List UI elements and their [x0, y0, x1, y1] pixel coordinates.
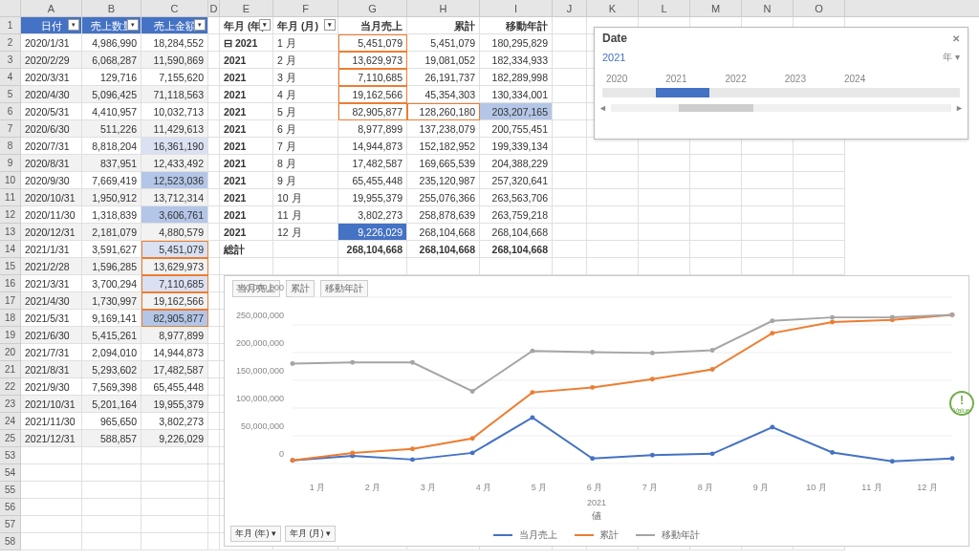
qty-cell[interactable]: 4,410,957 — [82, 103, 141, 120]
pivot-h[interactable]: 137,238,079 — [407, 120, 480, 138]
row-header-5[interactable]: 5 — [0, 86, 21, 103]
pivot-year[interactable]: 2021 — [220, 120, 273, 138]
row-header-14[interactable]: 14 — [0, 241, 21, 258]
pivot-header-E[interactable]: 年月 (年)▾ — [220, 17, 273, 34]
slicer-unit[interactable]: 年 ▾ — [943, 51, 960, 64]
row-header-19[interactable]: 19 — [0, 327, 21, 344]
cell[interactable] — [208, 447, 220, 464]
amt-cell[interactable]: 11,429,613 — [141, 120, 208, 138]
date-cell[interactable]: 2021/1/31 — [21, 241, 82, 258]
row-header-21[interactable]: 21 — [0, 361, 21, 378]
scroll-right-icon[interactable]: ► — [955, 103, 964, 113]
pivot-g[interactable]: 17,482,587 — [338, 155, 407, 172]
cell[interactable] — [208, 69, 220, 86]
cell[interactable] — [553, 258, 587, 275]
cell[interactable] — [794, 138, 845, 155]
pivot-header-G[interactable]: 当月売上 — [338, 17, 407, 34]
qty-cell[interactable]: 965,650 — [82, 413, 141, 430]
qty-cell[interactable]: 7,569,398 — [82, 378, 141, 396]
cell[interactable] — [82, 447, 141, 464]
amt-cell[interactable]: 19,162,566 — [141, 292, 208, 310]
amt-cell[interactable]: 12,523,036 — [141, 172, 208, 189]
col-header-E[interactable]: E — [220, 0, 273, 16]
cell[interactable] — [208, 327, 220, 344]
cell[interactable] — [208, 533, 220, 550]
cell[interactable] — [553, 86, 587, 103]
date-cell[interactable]: 2020/1/31 — [21, 34, 82, 52]
date-cell[interactable]: 2020/7/31 — [21, 138, 82, 155]
date-cell[interactable]: 2020/3/31 — [21, 69, 82, 86]
date-cell[interactable]: 2020/6/30 — [21, 120, 82, 138]
row-header-8[interactable]: 8 — [0, 138, 21, 155]
date-cell[interactable]: 2021/9/30 — [21, 378, 82, 396]
row-header-2[interactable]: 2 — [0, 34, 21, 52]
pivot-g[interactable]: 19,955,379 — [338, 189, 407, 206]
cell[interactable] — [587, 224, 639, 241]
amt-cell[interactable]: 13,712,314 — [141, 189, 208, 206]
pivot-g[interactable]: 3,802,273 — [338, 206, 407, 224]
pivot-year[interactable]: 2021 — [220, 206, 273, 224]
row-header-6[interactable]: 6 — [0, 103, 21, 120]
row-header-25[interactable]: 25 — [0, 430, 21, 447]
cell[interactable] — [208, 499, 220, 516]
cell[interactable] — [208, 361, 220, 378]
pivot-year[interactable]: 2021 — [220, 172, 273, 189]
amt-cell[interactable]: 3,606,761 — [141, 206, 208, 224]
cell[interactable] — [21, 516, 82, 533]
qty-cell[interactable]: 3,700,294 — [82, 275, 141, 292]
pivot-g[interactable]: 9,226,029 — [338, 224, 407, 241]
amt-cell[interactable]: 19,955,379 — [141, 396, 208, 413]
date-cell[interactable]: 2021/3/31 — [21, 275, 82, 292]
cell[interactable] — [208, 464, 220, 482]
pivot-i[interactable]: 204,388,229 — [480, 155, 553, 172]
cell[interactable] — [587, 241, 639, 258]
filter-dropdown-icon[interactable]: ▾ — [259, 19, 271, 31]
row-header-17[interactable]: 17 — [0, 292, 21, 310]
col-header-N[interactable]: N — [742, 0, 794, 16]
pivot-month[interactable]: 6 月 — [273, 120, 338, 138]
cell[interactable] — [690, 206, 742, 224]
cell[interactable] — [587, 138, 639, 155]
cell[interactable] — [82, 482, 141, 499]
row-header-53[interactable]: 53 — [0, 447, 21, 464]
pivot-month[interactable]: 9 月 — [273, 172, 338, 189]
amt-cell[interactable]: 71,118,563 — [141, 86, 208, 103]
cell[interactable] — [794, 206, 845, 224]
qty-cell[interactable]: 1,596,285 — [82, 258, 141, 275]
cell[interactable] — [141, 464, 208, 482]
pivot-year[interactable]: 2021 — [220, 103, 273, 120]
qty-cell[interactable]: 837,951 — [82, 155, 141, 172]
amt-cell[interactable]: 7,155,620 — [141, 69, 208, 86]
cell[interactable] — [553, 224, 587, 241]
pivot-chart[interactable]: 当月売上累計移動年計 050,000,000100,000,000150,000… — [224, 275, 969, 547]
qty-cell[interactable]: 5,096,425 — [82, 86, 141, 103]
pivot-year[interactable]: 2021 — [220, 86, 273, 103]
col-header-A[interactable]: A — [21, 0, 82, 16]
row-header-11[interactable]: 11 — [0, 189, 21, 206]
cell[interactable] — [639, 189, 690, 206]
cell[interactable] — [208, 120, 220, 138]
cell[interactable] — [21, 482, 82, 499]
cell[interactable] — [587, 189, 639, 206]
qty-cell[interactable]: 2,181,079 — [82, 224, 141, 241]
pivot-h[interactable]: 26,191,737 — [407, 69, 480, 86]
date-cell[interactable]: 2020/12/31 — [21, 224, 82, 241]
cell[interactable] — [273, 241, 338, 258]
pivot-g[interactable]: 5,451,079 — [338, 34, 407, 52]
row-header-56[interactable]: 56 — [0, 499, 21, 516]
cell[interactable] — [141, 516, 208, 533]
cell[interactable] — [208, 189, 220, 206]
qty-cell[interactable]: 8,818,204 — [82, 138, 141, 155]
qty-cell[interactable]: 5,293,602 — [82, 361, 141, 378]
cell[interactable] — [553, 138, 587, 155]
cell[interactable] — [141, 447, 208, 464]
cell[interactable] — [587, 258, 639, 275]
row-header-22[interactable]: 22 — [0, 378, 21, 396]
cell[interactable] — [338, 258, 407, 275]
cell[interactable] — [553, 17, 587, 34]
amt-cell[interactable]: 16,361,190 — [141, 138, 208, 155]
cell[interactable] — [742, 172, 794, 189]
pivot-total-h[interactable]: 268,104,668 — [407, 241, 480, 258]
amt-cell[interactable]: 14,944,873 — [141, 344, 208, 361]
date-cell[interactable]: 2021/5/31 — [21, 310, 82, 327]
